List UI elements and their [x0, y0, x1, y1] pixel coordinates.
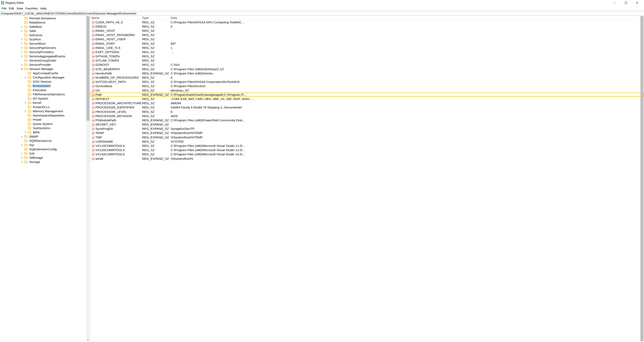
value-row[interactable]: abGITLAB_TOKENREG_SZ — [90, 58, 644, 63]
tree-item[interactable]: SQMServiceList — [1, 138, 90, 143]
tree-expander-icon[interactable] — [20, 25, 23, 28]
tree-item[interactable]: FileRenameOperations — [1, 92, 90, 96]
tree-expander-icon[interactable] — [24, 131, 27, 134]
tree-item[interactable]: Environment — [1, 84, 90, 88]
tree-expander-icon[interactable] — [24, 76, 27, 79]
value-row[interactable]: abPathREG_EXPAND_SZC:\ProgramData\Oracle… — [90, 92, 644, 97]
value-row[interactable]: abTMPREG_EXPAND_SZ%SystemRoot%\TEMP — [90, 135, 644, 140]
address-bar[interactable]: Computer\HKEY_LOCAL_MACHINE\SYSTEM\Contr… — [0, 11, 644, 16]
value-row[interactable]: abSECRET_KEYREG_EXPAND_SZ — [90, 122, 644, 127]
tree-expander-icon[interactable] — [20, 144, 23, 147]
tree-item[interactable]: Quota System — [1, 122, 90, 126]
value-row[interactable]: abVS120COMNTOOLSREG_SZC:\Program Files (… — [90, 148, 644, 152]
value-row[interactable]: abCUDA_PATH_V8_0REG_SZC:\Program Files\N… — [90, 20, 644, 24]
list-scrollbar-thumb[interactable] — [640, 16, 644, 342]
value-row[interactable]: abEMAIL_HOST_USERREG_SZ — [90, 37, 644, 42]
tree-item[interactable]: SNMP — [1, 134, 90, 138]
value-row[interactable]: abNUMBER_OF_PROCESSORSREG_SZ4 — [90, 76, 644, 80]
values-pane[interactable]: Name Type Data abCUDA_PATH_V8_0REG_SZC:\… — [90, 16, 644, 342]
value-row[interactable]: abVS110COMNTOOLSREG_SZC:\Program Files (… — [90, 144, 644, 148]
tree-item[interactable]: ScsiPort — [1, 37, 90, 42]
tree-item[interactable]: Remote Assistance — [1, 16, 90, 20]
tree-item[interactable]: ServiceAggregatedEvents — [1, 54, 90, 58]
tree-item[interactable]: SubSystems — [1, 126, 90, 130]
tree-expander-icon[interactable] — [20, 42, 23, 45]
tree-item[interactable]: Storage — [1, 160, 90, 164]
value-row[interactable]: abGTK_BASEPATHREG_SZC:\Program Files (x8… — [90, 67, 644, 71]
tree-item[interactable]: SecurityProviders — [1, 50, 90, 54]
tree-expander-icon[interactable] — [20, 135, 23, 138]
menu-edit[interactable]: Edit — [8, 6, 15, 10]
tree-item[interactable]: WPA — [1, 130, 90, 134]
list-scrollbar[interactable] — [640, 16, 644, 342]
tree-item[interactable]: SafeBoot — [1, 24, 90, 29]
tree-item[interactable]: kernel — [1, 100, 90, 105]
menu-file[interactable]: File — [1, 6, 7, 10]
value-row[interactable]: abPROCESSOR_REVISIONREG_SZ4e03 — [90, 114, 644, 118]
tree-item[interactable]: SecureBoot — [1, 42, 90, 46]
value-row[interactable]: abEMAIL_PORTREG_SZ587 — [90, 42, 644, 46]
tree-item[interactable]: Executive — [1, 88, 90, 92]
column-header-type[interactable]: Type — [142, 16, 171, 20]
tree-item[interactable]: Ssh — [1, 151, 90, 156]
tree-item[interactable]: SrpExtensionConfig — [1, 147, 90, 151]
minimize-button[interactable] — [610, 0, 619, 5]
value-row[interactable]: abPSModulePathREG_EXPAND_SZC:\Program Fi… — [90, 118, 644, 122]
tree-item[interactable]: ServiceProvider — [1, 62, 90, 67]
value-row[interactable]: abPROCESSOR_ARCHITECTUREREG_SZAMD64 — [90, 101, 644, 106]
value-row[interactable]: abDEBUGREG_SZ0 — [90, 24, 644, 28]
value-row[interactable]: abNVTOOLSEXT_PATHREG_SZC:\Program Files\… — [90, 80, 644, 84]
tree-expander-icon[interactable] — [24, 101, 27, 104]
tree-expander-icon[interactable] — [20, 152, 23, 155]
tree-item[interactable]: AppCompatCache — [1, 71, 90, 75]
tree-item[interactable]: SecurePipeServers — [1, 46, 90, 50]
tree-expander-icon[interactable] — [20, 160, 23, 164]
tree-expander-icon[interactable] — [20, 156, 23, 159]
tree-item[interactable]: RetailDemo — [1, 20, 90, 24]
tree-item[interactable]: Session Manager — [1, 67, 90, 71]
tree-expander-icon[interactable] — [20, 50, 23, 54]
value-row[interactable]: abHerokuPathREG_EXPAND_SZC:\Program File… — [90, 71, 644, 76]
column-header-name[interactable]: Name — [91, 16, 142, 20]
menu-help[interactable]: Help — [40, 6, 47, 10]
value-row[interactable]: abESET_OPTIONSREG_SZ … — [90, 50, 644, 54]
menu-favorites[interactable]: Favorites — [24, 6, 39, 10]
tree-expander-icon[interactable] — [20, 46, 23, 50]
tree-expander-icon[interactable] — [24, 110, 27, 113]
tree-scrollbar-thumb[interactable] — [86, 16, 90, 121]
value-row[interactable]: abwindirREG_EXPAND_SZ%SystemRoot% — [90, 156, 644, 161]
tree-expander-icon[interactable] — [20, 68, 23, 70]
tree-item[interactable]: Memory Management — [1, 109, 90, 113]
value-row[interactable]: abSynaProgDirREG_EXPAND_SZSynaptics\SynT… — [90, 127, 644, 131]
tree-scrollbar[interactable] — [86, 16, 90, 342]
value-row[interactable]: abPROCESSOR_IDENTIFIERREG_SZIntel64 Fami… — [90, 106, 644, 110]
value-row[interactable]: abGOROOTREG_SZC:\Go\ — [90, 63, 644, 67]
value-row[interactable]: abUSERNAMEREG_SZSYSTEM — [90, 140, 644, 144]
tree-item[interactable]: SAM — [1, 29, 90, 33]
scroll-down-icon[interactable] — [86, 338, 90, 342]
tree-item[interactable]: Configuration Manager — [1, 75, 90, 80]
tree-item[interactable]: StillImage — [1, 156, 90, 160]
tree-item[interactable]: ServiceGroupOrder — [1, 58, 90, 62]
tree-item[interactable]: I/O System — [1, 96, 90, 100]
tree-item[interactable]: Power — [1, 118, 90, 122]
value-row[interactable]: abTEMPREG_EXPAND_SZ%SystemRoot%\TEMP — [90, 131, 644, 135]
value-row[interactable]: abVS140COMNTOOLSREG_SZC:\Program Files (… — [90, 152, 644, 156]
maximize-button[interactable] — [622, 0, 630, 5]
value-row[interactable]: abEMAIL_HOSTREG_SZ — [90, 28, 644, 33]
value-row[interactable]: abOSREG_SZWindows_NT — [90, 88, 644, 92]
value-row[interactable]: abGITHUB_TOKENREG_SZ — [90, 54, 644, 58]
column-header-data[interactable]: Data — [171, 16, 644, 20]
tree-item[interactable]: ScEvents — [1, 33, 90, 37]
tree-expander-icon[interactable] — [20, 55, 23, 58]
tree-item[interactable]: NamespaceSeparation — [1, 113, 90, 118]
value-row[interactable]: abPROCESSOR_LEVELREG_SZ6 — [90, 110, 644, 114]
tree-pane[interactable]: Remote AssistanceRetailDemoSafeBootSAMSc… — [0, 16, 90, 342]
tree-expander-icon[interactable] — [20, 38, 23, 41]
value-row[interactable]: abPATHEXTREG_SZ.COM;.EXE;.BAT;.CMD;.VBS;… — [90, 97, 644, 101]
menu-view[interactable]: View — [16, 6, 24, 10]
value-row[interactable]: abEMAIL_USE_TLSREG_SZ1 — [90, 46, 644, 50]
value-row[interactable]: abEMAIL_HOST_PASSWORDREG_SZ — [90, 33, 644, 37]
tree-expander-icon[interactable] — [20, 29, 23, 32]
value-row[interactable]: abOculusBaseREG_SZC:\Program Files\Oculu… — [90, 84, 644, 88]
